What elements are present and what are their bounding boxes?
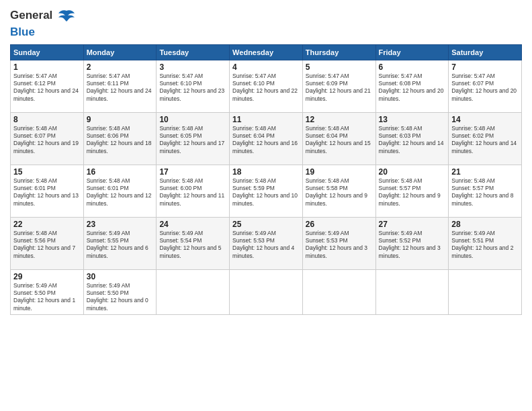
weekday-header-saturday: Saturday: [449, 44, 522, 60]
calendar-cell: 26 Sunrise: 5:49 AM Sunset: 5:53 PM Dayl…: [302, 217, 375, 269]
day-number: 12: [306, 115, 373, 124]
calendar-cell: [375, 269, 449, 315]
weekday-header-monday: Monday: [83, 44, 157, 60]
day-number: 8: [13, 115, 81, 124]
day-detail: Sunrise: 5:48 AM Sunset: 6:07 PM Dayligh…: [13, 125, 81, 156]
day-number: 9: [87, 115, 154, 124]
calendar-cell: 30 Sunrise: 5:49 AM Sunset: 5:50 PM Dayl…: [83, 269, 157, 315]
day-detail: Sunrise: 5:48 AM Sunset: 5:58 PM Dayligh…: [306, 177, 373, 208]
day-detail: Sunrise: 5:48 AM Sunset: 5:59 PM Dayligh…: [232, 177, 300, 208]
calendar-cell: 7 Sunrise: 5:47 AM Sunset: 6:07 PM Dayli…: [449, 60, 522, 112]
day-detail: Sunrise: 5:49 AM Sunset: 5:53 PM Dayligh…: [232, 230, 300, 261]
calendar-cell: 18 Sunrise: 5:48 AM Sunset: 5:59 PM Dayl…: [230, 165, 303, 217]
day-number: 19: [306, 167, 373, 177]
day-detail: Sunrise: 5:47 AM Sunset: 6:07 PM Dayligh…: [451, 73, 519, 103]
calendar-cell: 14 Sunrise: 5:48 AM Sunset: 6:02 PM Dayl…: [449, 112, 522, 165]
day-detail: Sunrise: 5:48 AM Sunset: 6:06 PM Dayligh…: [87, 125, 154, 156]
day-number: 7: [451, 62, 519, 72]
day-detail: Sunrise: 5:48 AM Sunset: 6:03 PM Dayligh…: [379, 125, 446, 156]
calendar-cell: 1 Sunrise: 5:47 AM Sunset: 6:12 PM Dayli…: [11, 60, 84, 112]
day-detail: Sunrise: 5:47 AM Sunset: 6:10 PM Dayligh…: [159, 73, 226, 103]
day-detail: Sunrise: 5:49 AM Sunset: 5:55 PM Dayligh…: [87, 230, 154, 261]
day-number: 5: [306, 62, 373, 72]
calendar-cell: 13 Sunrise: 5:48 AM Sunset: 6:03 PM Dayl…: [375, 112, 449, 165]
calendar-cell: 20 Sunrise: 5:48 AM Sunset: 5:57 PM Dayl…: [375, 165, 449, 217]
calendar-cell: 23 Sunrise: 5:49 AM Sunset: 5:55 PM Dayl…: [83, 217, 157, 269]
day-number: 18: [232, 167, 300, 177]
calendar-cell: 16 Sunrise: 5:48 AM Sunset: 6:01 PM Dayl…: [83, 165, 157, 217]
day-detail: Sunrise: 5:49 AM Sunset: 5:54 PM Dayligh…: [159, 230, 226, 261]
logo-blue: Blue: [10, 26, 76, 39]
day-number: 23: [87, 220, 154, 229]
logo-bird-icon: [57, 7, 76, 26]
calendar-cell: 9 Sunrise: 5:48 AM Sunset: 6:06 PM Dayli…: [83, 112, 157, 165]
day-number: 6: [379, 62, 446, 72]
calendar-cell: 17 Sunrise: 5:48 AM Sunset: 6:00 PM Dayl…: [157, 165, 230, 217]
day-detail: Sunrise: 5:48 AM Sunset: 6:01 PM Dayligh…: [87, 177, 154, 208]
calendar-cell: [449, 269, 522, 315]
calendar-cell: 29 Sunrise: 5:49 AM Sunset: 5:50 PM Dayl…: [11, 269, 84, 315]
day-detail: Sunrise: 5:49 AM Sunset: 5:52 PM Dayligh…: [379, 230, 446, 261]
weekday-header-sunday: Sunday: [11, 44, 84, 60]
day-number: 13: [379, 115, 446, 124]
day-detail: Sunrise: 5:48 AM Sunset: 6:04 PM Dayligh…: [232, 125, 300, 156]
calendar-cell: 19 Sunrise: 5:48 AM Sunset: 5:58 PM Dayl…: [302, 165, 375, 217]
day-number: 15: [13, 167, 81, 177]
calendar-cell: 22 Sunrise: 5:48 AM Sunset: 5:56 PM Dayl…: [11, 217, 84, 269]
calendar-cell: 10 Sunrise: 5:48 AM Sunset: 6:05 PM Dayl…: [157, 112, 230, 165]
day-detail: Sunrise: 5:47 AM Sunset: 6:08 PM Dayligh…: [379, 73, 446, 103]
day-detail: Sunrise: 5:48 AM Sunset: 6:00 PM Dayligh…: [159, 177, 226, 208]
day-number: 27: [379, 220, 446, 229]
day-detail: Sunrise: 5:48 AM Sunset: 5:57 PM Dayligh…: [451, 177, 519, 208]
calendar-cell: [230, 269, 303, 315]
day-number: 25: [232, 220, 300, 229]
day-number: 20: [379, 167, 446, 177]
weekday-header-thursday: Thursday: [302, 44, 375, 60]
day-detail: Sunrise: 5:48 AM Sunset: 6:04 PM Dayligh…: [306, 125, 373, 156]
day-number: 4: [232, 62, 300, 72]
day-number: 22: [13, 220, 81, 229]
day-number: 3: [159, 62, 226, 72]
calendar-cell: 25 Sunrise: 5:49 AM Sunset: 5:53 PM Dayl…: [230, 217, 303, 269]
day-number: 24: [159, 220, 226, 229]
day-number: 1: [13, 62, 81, 72]
day-detail: Sunrise: 5:47 AM Sunset: 6:10 PM Dayligh…: [232, 73, 300, 103]
day-number: 30: [87, 272, 154, 281]
day-detail: Sunrise: 5:48 AM Sunset: 6:05 PM Dayligh…: [159, 125, 226, 156]
day-number: 10: [159, 115, 226, 124]
day-detail: Sunrise: 5:47 AM Sunset: 6:12 PM Dayligh…: [13, 73, 81, 103]
day-number: 16: [87, 167, 154, 177]
day-detail: Sunrise: 5:48 AM Sunset: 5:57 PM Dayligh…: [379, 177, 446, 208]
calendar-cell: [302, 269, 375, 315]
day-detail: Sunrise: 5:49 AM Sunset: 5:51 PM Dayligh…: [451, 230, 519, 261]
calendar-cell: 28 Sunrise: 5:49 AM Sunset: 5:51 PM Dayl…: [449, 217, 522, 269]
day-detail: Sunrise: 5:47 AM Sunset: 6:11 PM Dayligh…: [87, 73, 154, 103]
calendar-cell: 11 Sunrise: 5:48 AM Sunset: 6:04 PM Dayl…: [230, 112, 303, 165]
calendar-cell: [157, 269, 230, 315]
calendar-cell: 24 Sunrise: 5:49 AM Sunset: 5:54 PM Dayl…: [157, 217, 230, 269]
day-detail: Sunrise: 5:49 AM Sunset: 5:53 PM Dayligh…: [306, 230, 373, 261]
day-detail: Sunrise: 5:49 AM Sunset: 5:50 PM Dayligh…: [87, 282, 154, 313]
calendar-cell: 8 Sunrise: 5:48 AM Sunset: 6:07 PM Dayli…: [11, 112, 84, 165]
day-number: 28: [451, 220, 519, 229]
day-number: 17: [159, 167, 226, 177]
calendar-table: SundayMondayTuesdayWednesdayThursdayFrid…: [10, 44, 522, 316]
day-number: 21: [451, 167, 519, 177]
day-number: 2: [87, 62, 154, 72]
calendar-cell: 5 Sunrise: 5:47 AM Sunset: 6:09 PM Dayli…: [302, 60, 375, 112]
day-detail: Sunrise: 5:47 AM Sunset: 6:09 PM Dayligh…: [306, 73, 373, 103]
day-detail: Sunrise: 5:48 AM Sunset: 5:56 PM Dayligh…: [13, 230, 81, 261]
calendar-body: 1 Sunrise: 5:47 AM Sunset: 6:12 PM Dayli…: [11, 60, 522, 315]
calendar-cell: 12 Sunrise: 5:48 AM Sunset: 6:04 PM Dayl…: [302, 112, 375, 165]
calendar-cell: 3 Sunrise: 5:47 AM Sunset: 6:10 PM Dayli…: [157, 60, 230, 112]
day-detail: Sunrise: 5:48 AM Sunset: 6:02 PM Dayligh…: [451, 125, 519, 156]
calendar-cell: 2 Sunrise: 5:47 AM Sunset: 6:11 PM Dayli…: [83, 60, 157, 112]
calendar-cell: 6 Sunrise: 5:47 AM Sunset: 6:08 PM Dayli…: [375, 60, 449, 112]
day-number: 11: [232, 115, 300, 124]
day-number: 14: [451, 115, 519, 124]
calendar-cell: 27 Sunrise: 5:49 AM Sunset: 5:52 PM Dayl…: [375, 217, 449, 269]
header: General Blue: [10, 7, 522, 39]
calendar-cell: 21 Sunrise: 5:48 AM Sunset: 5:57 PM Dayl…: [449, 165, 522, 217]
weekday-header-wednesday: Wednesday: [230, 44, 303, 60]
day-number: 26: [306, 220, 373, 229]
